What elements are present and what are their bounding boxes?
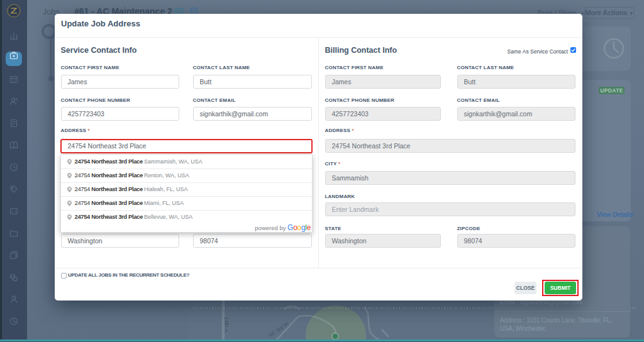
svg-text:24th A: 24th A <box>223 317 230 332</box>
